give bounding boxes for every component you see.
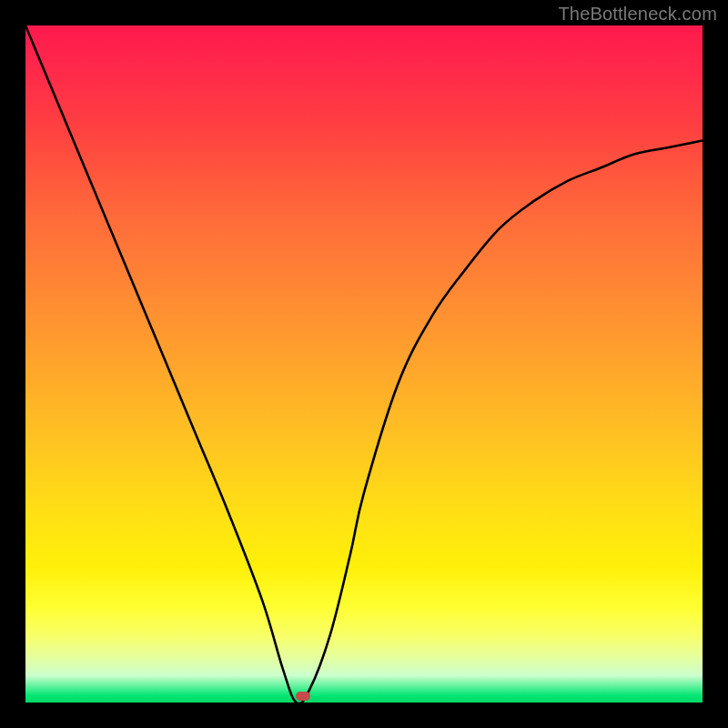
plot-area [25,25,703,703]
bottleneck-curve [25,25,703,703]
chart-frame: TheBottleneck.com [0,0,728,728]
watermark-text: TheBottleneck.com [558,4,717,25]
curve-svg [25,25,703,703]
optimal-point-marker [296,692,310,701]
